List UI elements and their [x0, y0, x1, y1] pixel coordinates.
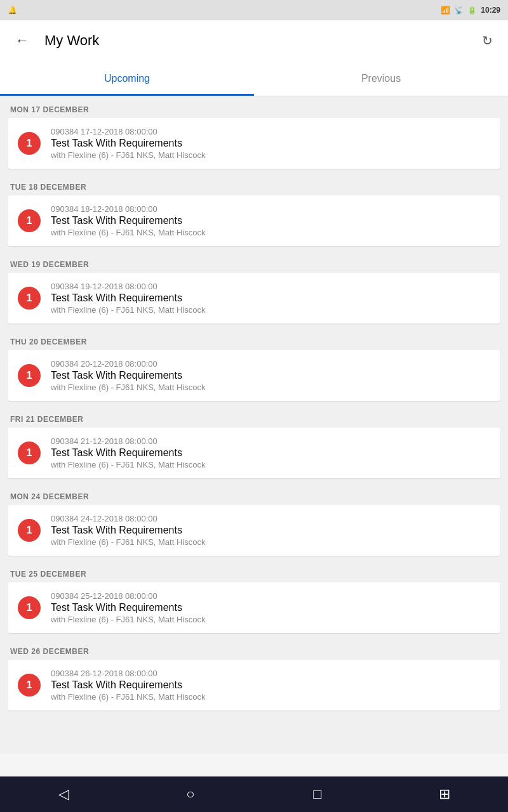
- task-badge-3-0: 1: [18, 364, 41, 387]
- nav-menu-icon: ⊞: [439, 786, 450, 802]
- task-code-3-0: 090384 20-12-2018 08:00:00: [51, 359, 205, 369]
- nav-home-icon: ○: [186, 786, 194, 802]
- task-info-6-0: 090384 25-12-2018 08:00:00Test Task With…: [51, 591, 205, 624]
- wifi-icon: 📡: [454, 6, 464, 15]
- task-card-5-0[interactable]: 1090384 24-12-2018 08:00:00Test Task Wit…: [8, 505, 500, 556]
- day-header-4: FRI 21 DECEMBER: [0, 406, 508, 428]
- task-code-0-0: 090384 17-12-2018 08:00:00: [51, 127, 205, 136]
- nav-back-icon: ◁: [58, 786, 69, 802]
- task-subtitle-1-0: with Flexline (6) - FJ61 NKS, Matt Hisco…: [51, 228, 205, 237]
- task-info-2-0: 090384 19-12-2018 08:00:00Test Task With…: [51, 282, 205, 315]
- task-title-5-0: Test Task With Requirements: [51, 525, 205, 536]
- task-badge-6-0: 1: [18, 596, 41, 619]
- task-title-6-0: Test Task With Requirements: [51, 602, 205, 613]
- task-info-7-0: 090384 26-12-2018 08:00:00Test Task With…: [51, 669, 205, 702]
- app-bar-left: ← My Work: [10, 27, 99, 54]
- task-badge-2-0: 1: [18, 287, 41, 310]
- tab-upcoming-label: Upcoming: [104, 73, 150, 84]
- task-code-6-0: 090384 25-12-2018 08:00:00: [51, 591, 205, 601]
- day-header-3: THU 20 DECEMBER: [0, 329, 508, 350]
- task-code-1-0: 090384 18-12-2018 08:00:00: [51, 204, 205, 214]
- nav-back-button[interactable]: ◁: [44, 782, 83, 807]
- task-info-3-0: 090384 20-12-2018 08:00:00Test Task With…: [51, 359, 205, 392]
- tab-upcoming[interactable]: Upcoming: [0, 61, 254, 96]
- tabs-container: Upcoming Previous: [0, 61, 508, 96]
- task-info-1-0: 090384 18-12-2018 08:00:00Test Task With…: [51, 204, 205, 237]
- task-title-2-0: Test Task With Requirements: [51, 292, 205, 304]
- task-subtitle-3-0: with Flexline (6) - FJ61 NKS, Matt Hisco…: [51, 383, 205, 392]
- content-area: MON 17 DECEMBER1090384 17-12-2018 08:00:…: [0, 96, 508, 754]
- back-button[interactable]: ←: [10, 27, 34, 54]
- app-bar: ← My Work ↻: [0, 20, 508, 61]
- tab-previous-label: Previous: [361, 73, 401, 84]
- task-subtitle-7-0: with Flexline (6) - FJ61 NKS, Matt Hisco…: [51, 692, 205, 702]
- sim-icon: 📶: [441, 6, 450, 15]
- tab-previous[interactable]: Previous: [254, 61, 508, 96]
- status-bar-right: 📶 📡 🔋 10:29: [441, 6, 500, 15]
- task-subtitle-5-0: with Flexline (6) - FJ61 NKS, Matt Hisco…: [51, 537, 205, 547]
- nav-menu-button[interactable]: ⊞: [425, 782, 464, 807]
- day-header-7: WED 26 DECEMBER: [0, 638, 508, 660]
- task-title-7-0: Test Task With Requirements: [51, 679, 205, 691]
- task-subtitle-0-0: with Flexline (6) - FJ61 NKS, Matt Hisco…: [51, 150, 205, 160]
- task-card-2-0[interactable]: 1090384 19-12-2018 08:00:00Test Task Wit…: [8, 273, 500, 324]
- bottom-nav: ◁ ○ □ ⊞: [0, 776, 508, 812]
- status-bar: 🔔 📶 📡 🔋 10:29: [0, 0, 508, 20]
- refresh-button[interactable]: ↻: [477, 28, 498, 53]
- battery-icon: 🔋: [467, 6, 477, 15]
- task-title-0-0: Test Task With Requirements: [51, 138, 205, 149]
- day-header-2: WED 19 DECEMBER: [0, 251, 508, 273]
- day-header-0: MON 17 DECEMBER: [0, 96, 508, 118]
- task-card-7-0[interactable]: 1090384 26-12-2018 08:00:00Test Task Wit…: [8, 660, 500, 710]
- task-card-0-0[interactable]: 1090384 17-12-2018 08:00:00Test Task Wit…: [8, 118, 500, 169]
- task-code-5-0: 090384 24-12-2018 08:00:00: [51, 514, 205, 523]
- task-badge-0-0: 1: [18, 132, 41, 155]
- day-header-5: MON 24 DECEMBER: [0, 483, 508, 505]
- task-card-6-0[interactable]: 1090384 25-12-2018 08:00:00Test Task Wit…: [8, 582, 500, 633]
- task-info-4-0: 090384 21-12-2018 08:00:00Test Task With…: [51, 436, 205, 469]
- task-subtitle-2-0: with Flexline (6) - FJ61 NKS, Matt Hisco…: [51, 305, 205, 315]
- day-header-1: TUE 18 DECEMBER: [0, 174, 508, 195]
- task-title-4-0: Test Task With Requirements: [51, 447, 205, 459]
- task-subtitle-6-0: with Flexline (6) - FJ61 NKS, Matt Hisco…: [51, 615, 205, 624]
- task-badge-4-0: 1: [18, 442, 41, 464]
- nav-recent-icon: □: [313, 786, 321, 802]
- back-icon: ←: [15, 32, 29, 49]
- task-badge-5-0: 1: [18, 519, 41, 542]
- task-info-5-0: 090384 24-12-2018 08:00:00Test Task With…: [51, 514, 205, 547]
- task-info-0-0: 090384 17-12-2018 08:00:00Test Task With…: [51, 127, 205, 160]
- task-badge-1-0: 1: [18, 209, 41, 232]
- task-badge-7-0: 1: [18, 674, 41, 697]
- time-display: 10:29: [481, 6, 500, 15]
- day-header-6: TUE 25 DECEMBER: [0, 561, 508, 582]
- task-subtitle-4-0: with Flexline (6) - FJ61 NKS, Matt Hisco…: [51, 460, 205, 469]
- nav-home-button[interactable]: ○: [171, 782, 210, 807]
- notification-icon: 🔔: [8, 6, 17, 15]
- task-title-3-0: Test Task With Requirements: [51, 370, 205, 381]
- task-title-1-0: Test Task With Requirements: [51, 215, 205, 226]
- nav-recent-button[interactable]: □: [298, 782, 337, 807]
- refresh-icon: ↻: [482, 33, 493, 48]
- task-card-4-0[interactable]: 1090384 21-12-2018 08:00:00Test Task Wit…: [8, 428, 500, 478]
- task-card-3-0[interactable]: 1090384 20-12-2018 08:00:00Test Task Wit…: [8, 350, 500, 401]
- task-code-2-0: 090384 19-12-2018 08:00:00: [51, 282, 205, 291]
- page-title: My Work: [44, 32, 99, 49]
- task-card-1-0[interactable]: 1090384 18-12-2018 08:00:00Test Task Wit…: [8, 195, 500, 246]
- task-code-4-0: 090384 21-12-2018 08:00:00: [51, 436, 205, 446]
- task-code-7-0: 090384 26-12-2018 08:00:00: [51, 669, 205, 678]
- status-bar-left: 🔔: [8, 6, 17, 15]
